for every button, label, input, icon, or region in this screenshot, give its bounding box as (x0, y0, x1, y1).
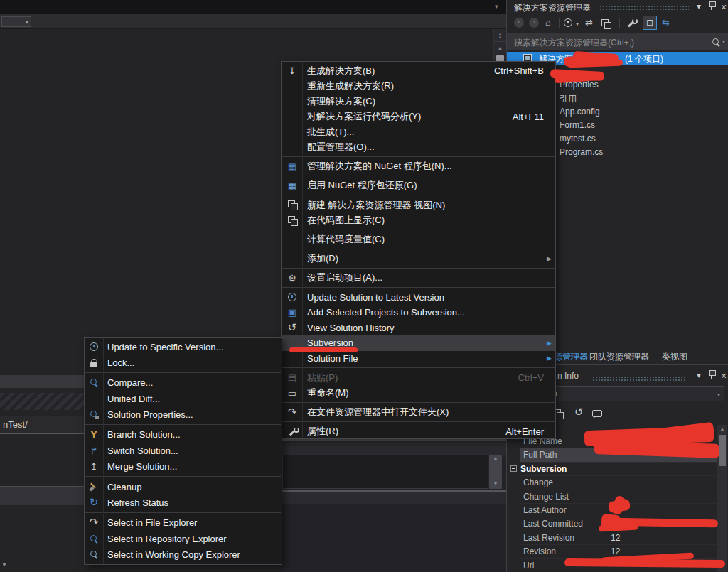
rename-icon: ▭ (282, 389, 303, 398)
menu-item[interactable]: 配置管理器(O)... (282, 140, 555, 156)
menu-item[interactable]: Update to Specific Version... (85, 339, 282, 355)
menu-item[interactable]: ⚙设置启动项目(A)... (282, 271, 555, 286)
newview-icon (282, 200, 303, 210)
menu-item[interactable]: Solution Properties... (85, 407, 282, 423)
red-underline-subversion (289, 347, 358, 352)
menu-item[interactable]: 对解决方案运行代码分析(Y)Alt+F11 (282, 109, 555, 125)
menu-item[interactable]: 添加(D)▶ (282, 251, 555, 266)
menu-separator (85, 424, 281, 425)
update-icon (85, 342, 103, 351)
menu-item[interactable]: YBranch Solution... (85, 427, 282, 443)
toolbar-combobox[interactable]: ▾ (1, 16, 31, 27)
build-icon: ↧ (282, 66, 303, 75)
menu-item[interactable]: 计算代码度量值(C) (282, 232, 555, 247)
property-row[interactable]: Last Revision12 (520, 531, 717, 545)
menu-item[interactable]: ↻Refresh Status (85, 495, 282, 511)
mini-scrollbar[interactable]: ▲▼ (489, 455, 502, 489)
tab-class-view[interactable]: 类视图 (662, 351, 687, 363)
menu-item[interactable]: ↱Switch Solution... (85, 443, 282, 459)
property-row[interactable]: Change (520, 476, 717, 490)
menu-item[interactable]: ↺View Solution History (282, 320, 555, 336)
broom-icon (85, 482, 103, 492)
openfolder-icon: ↷ (282, 407, 303, 418)
menu-item-label: Unified Diff... (103, 394, 282, 404)
menu-item[interactable]: Compare... (85, 375, 282, 392)
search-icon[interactable] (712, 38, 721, 47)
scroll-up-icon[interactable]: ▲ (717, 426, 727, 431)
property-label: Change List (523, 492, 569, 502)
menu-item[interactable]: ▤粘贴(P)Ctrl+V (282, 370, 555, 386)
menu-item[interactable]: Solution File▶ (282, 351, 555, 367)
menu-item[interactable]: ▣Add Selected Projects to Subversion... (282, 305, 555, 320)
menu-item[interactable]: 批生成(T)... (282, 124, 555, 140)
collapse-expander-icon[interactable] (510, 465, 517, 472)
toolbar-overflow-icon[interactable]: ▾ (495, 3, 498, 10)
text-box[interactable] (282, 455, 488, 489)
chevron-down-icon[interactable]: ▾ (693, 370, 705, 380)
menu-item-label: 计算代码度量值(C) (303, 233, 555, 246)
menu-item[interactable]: 属性(R)Alt+Enter (282, 423, 555, 439)
paste-icon: ▤ (282, 373, 303, 382)
comment-icon[interactable] (592, 409, 601, 420)
splitter-handle-icon[interactable]: ↕ (494, 31, 506, 42)
pin-icon[interactable] (706, 1, 717, 12)
new-view-icon[interactable] (601, 19, 611, 31)
collapse-all-icon[interactable]: ⊟ (643, 16, 657, 30)
tree-item[interactable]: Form1.cs (560, 120, 723, 134)
pin-icon[interactable] (706, 370, 717, 381)
menu-item[interactable]: ↷在文件资源管理器中打开文件夹(X) (282, 404, 555, 420)
property-row[interactable]: Subversion (520, 463, 717, 476)
menu-item[interactable]: ↷Select in File Explorer (85, 514, 282, 531)
properties-wrench-icon[interactable] (626, 18, 636, 30)
menu-item[interactable]: ▭重命名(M) (282, 385, 555, 401)
history-icon: ↺ (282, 323, 303, 333)
chevron-down-icon[interactable]: ▾ (576, 21, 579, 27)
menu-item-label: 配置管理器(O)... (303, 141, 555, 153)
chevron-down-icon[interactable]: ▾ (722, 38, 725, 45)
pending-changes-icon[interactable] (564, 18, 572, 29)
menu-item[interactable]: Lock... (85, 355, 282, 372)
divider (619, 18, 620, 28)
tree-item[interactable]: Program.cs (560, 147, 723, 161)
menu-item[interactable]: 重新生成解决方案(R) (282, 79, 555, 95)
history-icon[interactable]: ↺ (574, 407, 584, 418)
info-panel-title: n Info (557, 371, 579, 381)
menu-item[interactable]: ▦管理解决方案的 NuGet 程序包(N)... (282, 159, 555, 175)
chevron-down-icon[interactable]: ▾ (693, 1, 705, 11)
panel-title: 解决方案资源管理器 (514, 2, 591, 14)
menu-item[interactable]: Select in Working Copy Explorer (85, 546, 282, 563)
menu-item[interactable]: ↥Merge Solution... (85, 459, 282, 475)
tree-item[interactable]: App.config (560, 107, 723, 120)
menu-item[interactable]: Unified Diff... (85, 391, 282, 407)
menu-shortcut: Alt+Enter (505, 426, 555, 437)
scroll-up-icon[interactable]: ▲ (494, 45, 506, 51)
menu-item-label: 添加(D) (303, 252, 555, 265)
tab-team-explorer[interactable]: 团队资源管理器 (589, 351, 649, 363)
forward-icon[interactable]: › (529, 18, 539, 28)
menu-item[interactable]: 新建 解决方案资源管理器 视图(N) (282, 198, 555, 213)
close-icon[interactable]: × (718, 1, 728, 13)
menu-item[interactable]: ▦启用 NuGet 程序包还原(G) (282, 178, 555, 194)
back-icon[interactable]: ‹ (514, 18, 524, 28)
refresh-icon[interactable]: ⇄ (585, 17, 593, 28)
menu-item[interactable]: Cleanup (85, 479, 282, 495)
menu-item[interactable]: Select in Repository Explorer (85, 531, 282, 547)
addsvn-icon: ▣ (282, 308, 303, 317)
tree-item[interactable]: mytest.cs (560, 134, 723, 147)
codemap-icon (282, 216, 303, 225)
menu-item[interactable]: 清理解决方案(C) (282, 94, 555, 109)
search-box[interactable]: 搜索解决方案资源管理器(Ctrl+;) ▾ (507, 33, 728, 50)
menu-item[interactable]: ↧生成解决方案(B)Ctrl+Shift+B (282, 63, 555, 79)
menu-item-label: Lock... (103, 357, 282, 368)
sync-active-document-icon[interactable]: ⇆ (662, 17, 670, 28)
tree-item[interactable]: Properties (560, 80, 723, 93)
wcmag-icon (85, 550, 103, 559)
menu-item[interactable]: 在代码图上显示(C) (282, 212, 555, 228)
scrollbar-thumb[interactable] (719, 435, 726, 466)
menu-item-label: Select in Repository Explorer (103, 534, 282, 544)
home-icon[interactable]: ⌂ (545, 17, 551, 28)
submenu-arrow-icon: ▶ (547, 355, 552, 362)
tree-item[interactable]: 引用 (560, 93, 723, 107)
menu-item[interactable]: Update Solution to Latest Version (282, 290, 555, 306)
close-icon[interactable]: × (718, 370, 728, 382)
